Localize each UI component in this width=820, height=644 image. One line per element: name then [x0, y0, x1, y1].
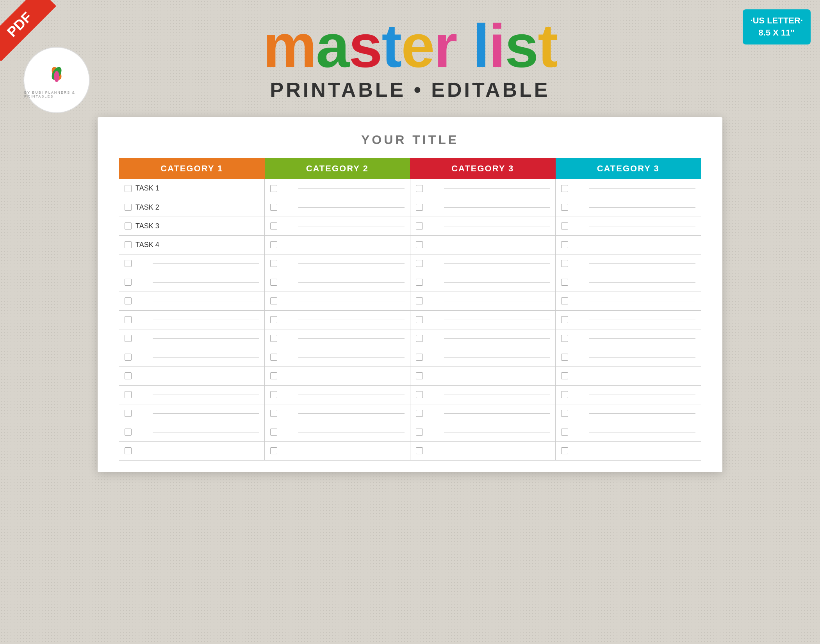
checkbox-row7-col3[interactable]	[561, 316, 568, 323]
checkbox-row11-col1[interactable]	[270, 391, 277, 398]
empty-line-row3-col2	[444, 245, 550, 245]
checkbox-row4-col0[interactable]	[125, 260, 132, 267]
checkbox-row0-col2[interactable]	[416, 185, 423, 192]
empty-line-row6-col3	[589, 301, 695, 301]
checkbox-row12-col2[interactable]	[416, 410, 423, 417]
checkbox-row6-col1[interactable]	[270, 297, 277, 304]
checkbox-row7-col2[interactable]	[416, 316, 423, 323]
cell-row8-col1	[265, 329, 410, 348]
table-row	[119, 329, 701, 348]
empty-line-row13-col2	[444, 432, 550, 432]
category-3-header: CATEGORY 3	[410, 158, 556, 179]
checkbox-row14-col3[interactable]	[561, 447, 568, 454]
empty-line-row14-col2	[444, 451, 550, 451]
checkbox-row1-col1[interactable]	[270, 204, 277, 211]
cell-row10-col1	[265, 366, 410, 385]
cell-row12-col3	[556, 404, 701, 423]
checkbox-row13-col1[interactable]	[270, 429, 277, 436]
checkbox-row1-col2[interactable]	[416, 204, 423, 211]
cell-row13-col3	[556, 423, 701, 441]
checkbox-row2-col0[interactable]	[125, 222, 132, 229]
category-4-header: CATEGORY 3	[556, 158, 701, 179]
checkbox-row2-col2[interactable]	[416, 222, 423, 229]
checkbox-row0-col3[interactable]	[561, 185, 568, 192]
checkbox-row10-col3[interactable]	[561, 372, 568, 379]
checkbox-row14-col1[interactable]	[270, 447, 277, 454]
checkbox-row10-col0[interactable]	[125, 372, 132, 379]
header-row: CATEGORY 1 CATEGORY 2 CATEGORY 3 CATEGOR…	[119, 158, 701, 179]
table-row	[119, 404, 701, 423]
checkbox-row5-col1[interactable]	[270, 279, 277, 286]
empty-line-row10-col2	[444, 376, 550, 376]
cell-row7-col2	[410, 310, 556, 329]
checkbox-row8-col3[interactable]	[561, 335, 568, 342]
empty-line-row8-col3	[589, 338, 695, 339]
cell-row12-col0	[119, 404, 265, 423]
checkbox-row11-col3[interactable]	[561, 391, 568, 398]
checkbox-row3-col2[interactable]	[416, 241, 423, 248]
checkbox-row14-col0[interactable]	[125, 447, 132, 454]
subtitle: PRINTABLE • EDITABLE	[0, 78, 820, 101]
checkbox-row6-col2[interactable]	[416, 297, 423, 304]
empty-line-row9-col3	[589, 357, 695, 358]
checkbox-row8-col1[interactable]	[270, 335, 277, 342]
checkbox-row2-col3[interactable]	[561, 222, 568, 229]
checkbox-row3-col1[interactable]	[270, 241, 277, 248]
checkbox-row4-col1[interactable]	[270, 260, 277, 267]
checkbox-row5-col2[interactable]	[416, 279, 423, 286]
checkbox-row1-col3[interactable]	[561, 204, 568, 211]
cell-row13-col1	[265, 423, 410, 441]
checkbox-row4-col3[interactable]	[561, 260, 568, 267]
cell-row8-col3	[556, 329, 701, 348]
checkbox-row13-col0[interactable]	[125, 429, 132, 436]
checkbox-row10-col1[interactable]	[270, 372, 277, 379]
cell-row5-col1	[265, 273, 410, 292]
checkbox-row3-col3[interactable]	[561, 241, 568, 248]
empty-line-row6-col2	[444, 301, 550, 301]
cell-row4-col0	[119, 254, 265, 273]
cell-row9-col2	[410, 348, 556, 366]
checkbox-row5-col3[interactable]	[561, 279, 568, 286]
checkbox-row12-col0[interactable]	[125, 410, 132, 417]
checkbox-row14-col2[interactable]	[416, 447, 423, 454]
checkbox-row0-col1[interactable]	[270, 185, 277, 192]
cell-row9-col3	[556, 348, 701, 366]
checkbox-row9-col2[interactable]	[416, 354, 423, 361]
table-row	[119, 273, 701, 292]
empty-line-row5-col1	[298, 282, 405, 283]
checkbox-row9-col1[interactable]	[270, 354, 277, 361]
checkbox-row5-col0[interactable]	[125, 279, 132, 286]
checkbox-row10-col2[interactable]	[416, 372, 423, 379]
cell-row13-col2	[410, 423, 556, 441]
checkbox-row11-col2[interactable]	[416, 391, 423, 398]
checkbox-row9-col0[interactable]	[125, 354, 132, 361]
checkbox-row8-col0[interactable]	[125, 335, 132, 342]
checkbox-row13-col3[interactable]	[561, 429, 568, 436]
cell-row6-col3	[556, 292, 701, 310]
checkbox-row12-col1[interactable]	[270, 410, 277, 417]
empty-line-row13-col1	[298, 432, 405, 432]
empty-line-row9-col0	[153, 357, 259, 358]
checkbox-row12-col3[interactable]	[561, 410, 568, 417]
checkbox-row1-col0[interactable]	[125, 204, 132, 211]
checkbox-row8-col2[interactable]	[416, 335, 423, 342]
cell-row13-col0	[119, 423, 265, 441]
cell-row2-col3	[556, 217, 701, 235]
checkbox-row3-col0[interactable]	[125, 241, 132, 248]
checkbox-row4-col2[interactable]	[416, 260, 423, 267]
checkbox-row6-col0[interactable]	[125, 297, 132, 304]
cell-row4-col3	[556, 254, 701, 273]
checkbox-row11-col0[interactable]	[125, 391, 132, 398]
checkbox-row9-col3[interactable]	[561, 354, 568, 361]
empty-line-row6-col0	[153, 301, 259, 301]
checkbox-row6-col3[interactable]	[561, 297, 568, 304]
empty-line-row12-col0	[153, 413, 259, 414]
checkbox-row2-col1[interactable]	[270, 222, 277, 229]
checkbox-row13-col2[interactable]	[416, 429, 423, 436]
checkbox-row7-col1[interactable]	[270, 316, 277, 323]
table-row	[119, 385, 701, 404]
checkbox-row7-col0[interactable]	[125, 316, 132, 323]
empty-line-row11-col3	[589, 395, 695, 395]
checkbox-row0-col0[interactable]	[125, 185, 132, 192]
empty-line-row4-col1	[298, 263, 405, 264]
